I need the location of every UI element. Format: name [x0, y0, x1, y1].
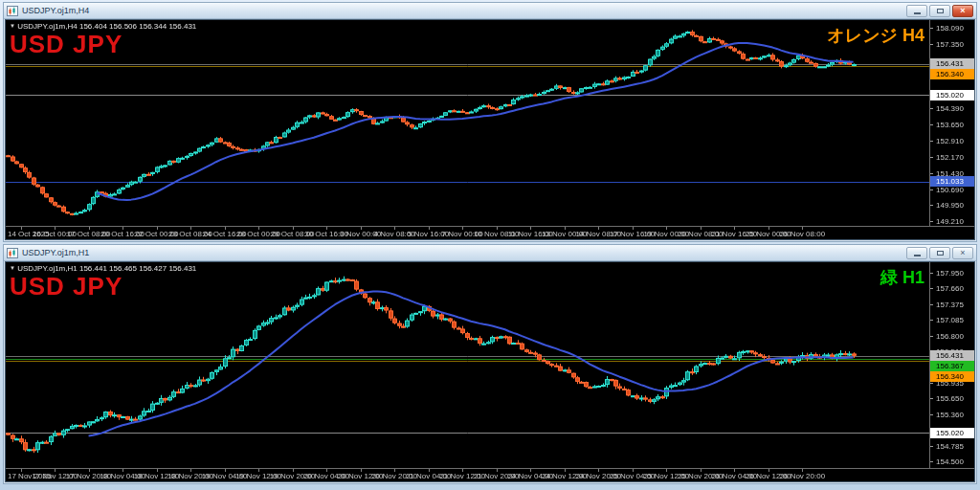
- restore-button[interactable]: [929, 247, 950, 259]
- minimize-button[interactable]: [906, 247, 927, 259]
- window-titlebar-h1[interactable]: USDJPY.oj1m,H1 ×: [4, 245, 976, 261]
- candlestick-chart-h1[interactable]: [6, 262, 974, 481]
- symbol-watermark: USD JPY: [10, 272, 122, 301]
- window-buttons: ×: [906, 247, 973, 259]
- close-button[interactable]: ×: [952, 247, 973, 259]
- window-title: USDJPY.oj1m,H1: [22, 248, 89, 257]
- candlestick-chart-h4[interactable]: [6, 20, 974, 239]
- window-buttons: ×: [906, 5, 973, 17]
- chart-window-h1: USDJPY.oj1m,H1 × ▼ USDJPY.oj1m,H1 156.44…: [3, 244, 977, 484]
- indicator-label-h1: 緑 H1: [880, 266, 924, 289]
- symbol-watermark: USD JPY: [10, 30, 122, 59]
- close-button[interactable]: ×: [952, 5, 973, 17]
- mdi-workspace: USDJPY.oj1m,H4 × ▼ USDJPY.oj1m,H4 156.40…: [0, 0, 980, 490]
- restore-button[interactable]: [929, 5, 950, 17]
- chart-window-icon: [7, 248, 18, 258]
- chart-window-h4: USDJPY.oj1m,H4 × ▼ USDJPY.oj1m,H4 156.40…: [3, 2, 977, 242]
- window-title: USDJPY.oj1m,H4: [22, 6, 89, 15]
- window-titlebar-h4[interactable]: USDJPY.oj1m,H4 ×: [4, 3, 976, 19]
- chart-window-icon: [7, 6, 18, 16]
- chevron-down-icon: ▼: [10, 23, 15, 29]
- chevron-down-icon: ▼: [10, 265, 15, 271]
- indicator-label-h4: オレンジ H4: [827, 24, 924, 47]
- minimize-button[interactable]: [906, 5, 927, 17]
- chart-area-h1: ▼ USDJPY.oj1m,H1 156.441 156.465 156.427…: [5, 261, 975, 482]
- chart-area-h4: ▼ USDJPY.oj1m,H4 156.404 156.506 156.344…: [5, 19, 975, 240]
